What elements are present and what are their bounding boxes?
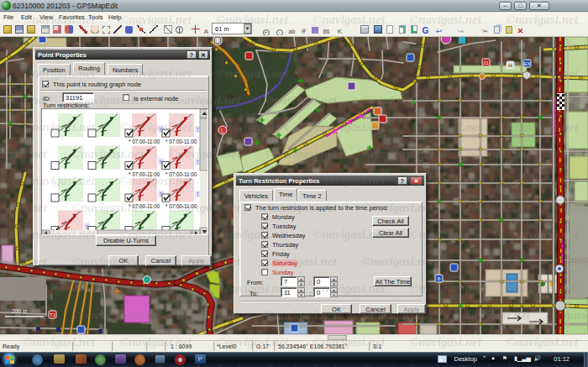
svg-text:* 07:00-11:00: * 07:00-11:00 (165, 203, 197, 209)
svg-text:* 07:00-11:00: * 07:00-11:00 (129, 203, 160, 209)
svg-text:* 07:00-11:00: * 07:00-11:00 (129, 139, 160, 144)
svg-text:* 07:00-11:00: * 07:00-11:00 (165, 171, 197, 177)
svg-text:T: T (197, 127, 200, 133)
svg-text:T: T (197, 160, 200, 165)
svg-text:* 07:00-11:00: * 07:00-11:00 (129, 171, 160, 177)
svg-text:* 07:00-11:00: * 07:00-11:00 (165, 139, 197, 144)
svg-text:T: T (197, 191, 200, 197)
